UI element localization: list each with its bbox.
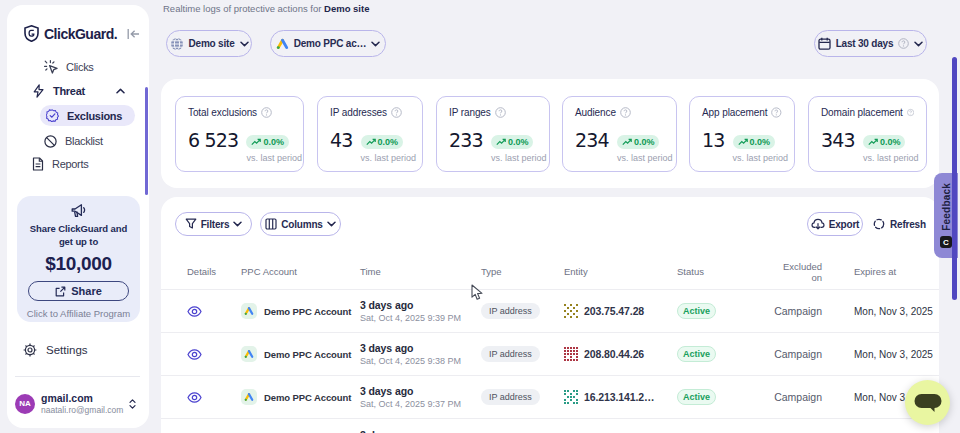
stat-label: Domain placement [821, 107, 903, 118]
site-selector-label: Demo site [189, 38, 235, 49]
export-button-label: Export [829, 219, 859, 230]
cell-entity: 203.75.47.28 [564, 304, 677, 318]
sidebar-item-label: Reports [52, 158, 88, 170]
chat-button[interactable] [905, 380, 950, 425]
site-selector[interactable]: Demo site [166, 30, 252, 57]
ppc-account-selector[interactable]: Demo PPC ac… [270, 30, 386, 57]
megaphone-icon [70, 203, 88, 219]
identicon [564, 390, 578, 404]
trend-badge: 0.0% [491, 135, 534, 149]
help-circle-icon[interactable] [495, 107, 506, 118]
cell-type [481, 419, 564, 429]
stat-card-ip-ranges: IP ranges 233 0.0% vs. last period [436, 96, 550, 172]
columns-icon [265, 218, 277, 230]
filters-button[interactable]: Filters [175, 212, 252, 236]
trend-note: vs. last period [617, 153, 673, 163]
sidebar-item-label: Exclusions [67, 110, 122, 122]
trending-up-icon [738, 138, 748, 146]
date-range-selector[interactable]: Last 30 days [814, 30, 927, 57]
trend-note: vs. last period [733, 153, 789, 163]
subtitle-site-name: Demo site [324, 3, 369, 14]
table-row-partial[interactable]: 3 days ago [161, 418, 939, 433]
help-circle-icon[interactable] [771, 107, 782, 118]
sidebar-item-threat[interactable]: Threat [32, 80, 125, 102]
eye-icon [187, 306, 202, 317]
entity-value: 208.80.44.26 [584, 348, 644, 360]
sidebar-collapse-button[interactable] [127, 28, 140, 40]
sidebar-item-blacklist[interactable]: Blacklist [44, 130, 103, 152]
view-details-button[interactable] [187, 349, 241, 360]
main-scrollbar[interactable] [952, 57, 957, 300]
help-circle-icon[interactable] [907, 107, 914, 118]
chevron-updown-icon [129, 399, 136, 409]
cursor-click-icon [44, 60, 58, 74]
cell-details [187, 392, 241, 403]
chat-bubble-icon [914, 393, 942, 413]
account-switcher[interactable]: NA gmail.com naatali.ro@gmail.com [15, 392, 136, 415]
sidebar-item-settings[interactable]: Settings [23, 343, 88, 357]
sidebar-scrollbar[interactable] [145, 87, 148, 195]
stats-panel: Total exclusions 6 523 0.0% vs. last per… [161, 79, 939, 188]
cell-excluded-on: Campaign [769, 305, 822, 317]
sidebar-item-exclusions[interactable]: Exclusions [40, 105, 135, 126]
trend-note: vs. last period [246, 153, 302, 163]
logs-table: Details PPC Account Time Type Entity Sta… [161, 254, 939, 433]
trending-up-icon [622, 138, 632, 146]
affiliate-link[interactable]: Click to Affiliate Program [17, 308, 140, 319]
view-details-button[interactable] [187, 392, 241, 403]
eye-icon [187, 349, 202, 360]
stat-label: Audience [575, 107, 616, 118]
user-email: naatali.ro@gmail.com [41, 405, 123, 415]
logo-text: ClickGuard. [44, 26, 117, 42]
collapse-icon [127, 28, 140, 40]
share-button[interactable]: Share [28, 281, 129, 301]
stat-label: IP ranges [449, 107, 491, 118]
sidebar-item-reports[interactable]: Reports [32, 153, 88, 175]
help-circle-icon [898, 38, 909, 49]
stat-card-app-placement: App placement 13 0.0% vs. last period [689, 96, 795, 172]
settings-label: Settings [46, 344, 88, 356]
export-button[interactable]: Export [807, 212, 863, 236]
sidebar-item-clicks[interactable]: Clicks [44, 56, 94, 78]
cell-status: Active [677, 389, 769, 405]
share-button-label: Share [71, 285, 102, 297]
col-type: Type [481, 266, 564, 277]
cell-status: Active [677, 303, 769, 319]
help-circle-icon[interactable] [620, 107, 631, 118]
filters-button-label: Filters [201, 219, 230, 230]
stat-card-domain-placement: Domain placement 343 0.0% vs. last perio… [808, 96, 927, 172]
eye-icon [187, 392, 202, 403]
sidebar-divider [15, 376, 140, 377]
time-full: Sat, Oct 4, 2025 9:39 PM [360, 313, 481, 323]
time-relative: 3 days ago [360, 429, 481, 433]
col-entity: Entity [564, 266, 677, 277]
stat-value: 234 [575, 129, 609, 152]
help-circle-icon[interactable] [391, 107, 402, 118]
table-row[interactable]: Demo PPC Account 3 days ago Sat, Oct 4, … [161, 332, 939, 375]
view-details-button[interactable] [187, 306, 241, 317]
cell-time: 3 days ago Sat, Oct 4, 2025 9:37 PM [360, 385, 481, 409]
entity-value: 203.75.47.28 [584, 305, 644, 317]
columns-button[interactable]: Columns [260, 212, 341, 236]
external-link-icon [55, 286, 66, 297]
type-badge: IP address [481, 389, 540, 405]
help-circle-icon[interactable] [261, 107, 272, 118]
table-row[interactable]: Demo PPC Account 3 days ago Sat, Oct 4, … [161, 289, 939, 332]
affiliate-promo-card: Share ClickGuard and get up to $10,000 S… [17, 196, 140, 322]
subtitle-prefix: Realtime logs of protective actions for [163, 3, 321, 14]
sidebar: ClickGuard. Clicks Threat [7, 5, 149, 428]
status-badge: Active [677, 389, 716, 405]
cell-details [187, 349, 241, 360]
trending-up-icon [496, 138, 506, 146]
cell-ppc-account: Demo PPC Account [241, 389, 360, 405]
chevron-down-icon [240, 41, 249, 47]
date-range-label: Last 30 days [836, 38, 894, 49]
trend-value: 0.0% [634, 137, 655, 147]
table-row[interactable]: Demo PPC Account 3 days ago Sat, Oct 4, … [161, 375, 939, 418]
trend-value: 0.0% [750, 137, 771, 147]
identicon [564, 304, 578, 318]
sidebar-item-label: Threat [53, 85, 85, 97]
trend-value: 0.0% [508, 137, 529, 147]
ppc-account-selector-label: Demo PPC ac… [294, 38, 367, 49]
refresh-button[interactable]: Refresh [873, 212, 926, 236]
